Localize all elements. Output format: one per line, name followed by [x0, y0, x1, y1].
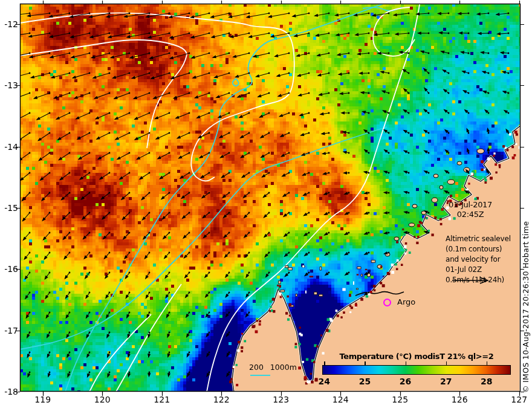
x-tick-label: 121: [152, 395, 172, 404]
y-tick-label: -18: [0, 387, 18, 396]
x-tick-label: 119: [33, 395, 53, 404]
colorbar-tick: [406, 361, 407, 366]
colorbar-tick: [487, 361, 488, 366]
date-line: 01-Jul-2017: [428, 200, 513, 210]
depth-contour-legend: 200 1000m: [249, 363, 297, 372]
y-tick-label: -12: [0, 19, 18, 29]
altimetric-legend-line: 01-Jul 02Z: [446, 265, 524, 275]
depth-contour-line-sample: [250, 375, 270, 376]
altimetric-legend-line: and velocity for: [446, 254, 524, 265]
y-tick-label: -13: [0, 80, 18, 90]
x-tick-label: 122: [211, 395, 232, 404]
colorbar-tick-label: 27: [437, 377, 455, 386]
colorbar-tick-label: 24: [315, 377, 333, 386]
colorbar-tick: [324, 361, 325, 366]
colorbar-title: Temperature (°C) modisT 21% ql>=2: [296, 352, 532, 361]
x-tick-label: 123: [271, 395, 291, 404]
copyright-text: © IMOS 10-Aug-2017 20:26:30 Hobart time: [521, 204, 531, 393]
colorbar-tick-label: 26: [397, 377, 415, 386]
x-tick-label: 126: [449, 395, 470, 404]
time-line: 02:45Z: [428, 210, 513, 219]
x-tick-label: 127: [509, 395, 530, 404]
y-tick-label: -14: [0, 142, 18, 152]
colorbar-tick: [365, 361, 366, 366]
x-tick-label: 125: [390, 395, 410, 404]
argo-float-marker[interactable]: [383, 299, 391, 306]
altimetric-legend-line: (0.1m contours): [446, 244, 524, 254]
colorbar-tick-label: 25: [355, 377, 374, 386]
colorbar-tick-label: 28: [478, 377, 496, 386]
y-tick-label: -17: [0, 326, 18, 335]
temperature-colorbar: [322, 365, 511, 375]
x-tick-label: 124: [330, 395, 351, 404]
y-tick-label: -15: [0, 203, 18, 213]
argo-label: Argo: [397, 297, 415, 307]
velocity-scale-arrow-icon: [450, 276, 490, 288]
x-tick-label: 120: [92, 395, 112, 404]
colorbar-tick: [446, 361, 447, 366]
y-tick-label: -16: [0, 264, 18, 274]
sst-map-figure: 01-Jul-2017 02:45Z Altimetric sealevel(0…: [0, 0, 532, 411]
altimetric-legend-line: Altimetric sealevel: [446, 234, 524, 244]
datetime-annotation: 01-Jul-2017 02:45Z: [428, 200, 513, 220]
